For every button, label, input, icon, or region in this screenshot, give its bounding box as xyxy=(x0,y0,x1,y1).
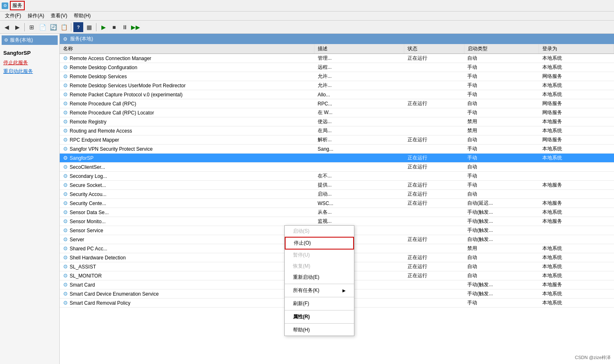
ctx-menu-item[interactable]: 重新启动(E) xyxy=(285,272,354,283)
col-header-status[interactable]: 状态 xyxy=(404,44,464,54)
col-header-startup[interactable]: 启动类型 xyxy=(464,44,539,54)
tb-browse[interactable]: 📄 xyxy=(37,22,47,32)
service-logon-cell xyxy=(539,172,614,181)
tb-pause[interactable]: ⏸ xyxy=(120,22,130,32)
service-logon-cell: 本地系统 xyxy=(539,271,614,280)
tb-restart[interactable]: ▶▶ xyxy=(131,22,141,32)
service-logon-cell: 本地服务 xyxy=(539,181,614,190)
menu-help[interactable]: 帮助(H) xyxy=(70,12,94,20)
service-desc-cell: 远程... xyxy=(314,63,404,72)
gear-icon: ⚙ xyxy=(63,264,68,270)
table-row[interactable]: ⚙Remote Desktop Services允许...手动网络服务 xyxy=(60,72,614,81)
service-status-cell xyxy=(404,117,464,126)
service-name-cell: ⚙Sensor Monito... xyxy=(60,217,314,226)
col-header-logon[interactable]: 登录为 xyxy=(539,44,614,54)
service-desc-cell: 使远... xyxy=(314,117,404,126)
ctx-item-label: 停止(O) xyxy=(294,240,311,247)
tb-refresh[interactable]: 🔄 xyxy=(48,22,58,32)
table-row[interactable]: ⚙Sangfor VPN Security Protect ServiceSan… xyxy=(60,145,614,154)
col-header-desc[interactable]: 描述 xyxy=(314,44,404,54)
table-row[interactable]: ⚙SecoClientSer...正在运行自动 xyxy=(60,163,614,172)
service-name-cell: ⚙Server xyxy=(60,235,314,244)
service-name-cell: ⚙SL_MONITOR xyxy=(60,271,314,280)
service-name-cell: ⚙Remote Procedure Call (RPC) xyxy=(60,99,314,108)
title-text: 服务 xyxy=(10,1,25,10)
service-logon-cell xyxy=(539,226,614,235)
tb-forward[interactable]: ▶ xyxy=(12,22,22,32)
tb-console[interactable]: ▦ xyxy=(84,22,94,32)
table-row[interactable]: ⚙Remote Registry使远...禁用本地服务 xyxy=(60,117,614,126)
service-status-cell xyxy=(404,126,464,135)
table-row[interactable]: ⚙Remote Procedure Call (RPC)RPC...正在运行自动… xyxy=(60,99,614,108)
gear-icon: ⚙ xyxy=(63,218,68,224)
table-row[interactable]: ⚙Sensor Monito...监视...手动(触发...本地服务 xyxy=(60,217,614,226)
gear-icon: ⚙ xyxy=(63,119,68,125)
left-panel-header: ⚙ 服务(本地) xyxy=(2,35,58,45)
service-name-cell: ⚙SL_ASSIST xyxy=(60,262,314,271)
service-startup-cell: 自动 xyxy=(464,253,539,262)
tb-play[interactable]: ▶ xyxy=(98,22,108,32)
service-status-cell: 正在运行 xyxy=(404,135,464,145)
table-row[interactable]: ⚙Security Accou...启动...正在运行自动 xyxy=(60,190,614,199)
ctx-menu-item[interactable]: 属性(R) xyxy=(285,311,354,322)
table-row[interactable]: ⚙RPC Endpoint Mapper解析...正在运行自动网络服务 xyxy=(60,135,614,145)
tb-stop[interactable]: ■ xyxy=(109,22,119,32)
service-desc-cell: 允许... xyxy=(314,81,404,90)
tb-export[interactable]: 📋 xyxy=(59,22,69,32)
gear-icon: ⚙ xyxy=(63,100,68,107)
table-row[interactable]: ⚙Secondary Log...在不...手动 xyxy=(60,172,614,181)
service-desc-cell: WSC... xyxy=(314,199,404,208)
gear-icon: ⚙ xyxy=(63,209,68,215)
table-row[interactable]: ⚙Remote Access Connection Manager管理...正在… xyxy=(60,54,614,63)
ctx-menu-item[interactable]: 停止(O) xyxy=(285,237,354,250)
service-desc-cell xyxy=(314,154,404,163)
stop-service-link[interactable]: 停止此服务 xyxy=(2,58,58,67)
table-row[interactable]: ⚙Security Cente...WSC...正在运行自动(延迟...本地服务 xyxy=(60,199,614,208)
table-row[interactable]: ⚙Secure Socket...提供...正在运行手动本地服务 xyxy=(60,181,614,190)
gear-icon: ⚙ xyxy=(63,82,68,89)
menu-action[interactable]: 操作(A) xyxy=(24,12,47,20)
gear-icon: ⚙ xyxy=(63,137,68,143)
service-name-cell: ⚙Secondary Log... xyxy=(60,172,314,181)
gear-icon: ⚙ xyxy=(63,110,68,116)
tb-back[interactable]: ◀ xyxy=(2,22,12,32)
service-name-cell: ⚙Remote Desktop Services UserMode Port R… xyxy=(60,81,314,90)
table-row[interactable]: ⚙Sensor Data Se...从各...手动(触发...本地系统 xyxy=(60,208,614,217)
menu-file[interactable]: 文件(F) xyxy=(2,12,24,20)
tb-help[interactable]: ? xyxy=(73,22,83,32)
restart-service-link[interactable]: 重启动此服务 xyxy=(2,67,58,76)
gear-icon: ⚙ xyxy=(63,282,68,288)
ctx-separator xyxy=(285,323,354,324)
table-row[interactable]: ⚙SangforSP正在运行手动本地系统 xyxy=(60,154,614,163)
service-desc-cell: 从各... xyxy=(314,208,404,217)
service-startup-cell: 自动 xyxy=(464,262,539,271)
ctx-menu-item[interactable]: 刷新(F) xyxy=(285,298,354,309)
service-startup-cell: 手动(触发... xyxy=(464,280,539,289)
menu-view[interactable]: 查看(V) xyxy=(47,12,70,20)
service-status-cell xyxy=(404,208,464,217)
service-name-cell: ⚙Secure Socket... xyxy=(60,181,314,190)
service-desc-cell: Sang... xyxy=(314,145,404,154)
service-name-cell: ⚙Remote Desktop Configuration xyxy=(60,63,314,72)
left-panel: ⚙ 服务(本地) SangforSP 停止此服务 重启动此服务 xyxy=(0,34,60,364)
services-table-container[interactable]: 名称 描述 状态 启动类型 登录为 ⚙Remote Access Connect… xyxy=(60,44,614,364)
tb-show-hide[interactable]: ⊞ xyxy=(27,22,37,32)
table-row[interactable]: ⚙Remote Procedure Call (RPC) Locator在 W.… xyxy=(60,108,614,117)
service-startup-cell: 自动 xyxy=(464,99,539,108)
table-row[interactable]: ⚙Remote Packet Capture Protocol v.0 (exp… xyxy=(60,90,614,99)
table-row[interactable]: ⚙Remote Desktop Services UserMode Port R… xyxy=(60,81,614,90)
service-name-cell: ⚙Smart Card Removal Policy xyxy=(60,299,314,308)
col-header-name[interactable]: 名称 xyxy=(60,44,314,54)
table-row[interactable]: ⚙Routing and Remote Access在局...禁用本地系统 xyxy=(60,126,614,135)
gear-icon: ⚙ xyxy=(63,254,68,261)
service-logon-cell: 本地服务 xyxy=(539,117,614,126)
service-logon-cell: 本地系统 xyxy=(539,253,614,262)
right-header: ⚙ 服务(本地) xyxy=(60,34,614,44)
ctx-menu-item[interactable]: 帮助(H) xyxy=(285,324,354,336)
gear-icon: ⚙ xyxy=(63,73,68,79)
service-status-cell: 正在运行 xyxy=(404,190,464,199)
ctx-menu-item[interactable]: 所有任务(K)▶ xyxy=(285,285,354,296)
table-row[interactable]: ⚙Remote Desktop Configuration远程...手动本地系统 xyxy=(60,63,614,72)
service-status-cell: 正在运行 xyxy=(404,199,464,208)
service-startup-cell: 手动 xyxy=(464,81,539,90)
